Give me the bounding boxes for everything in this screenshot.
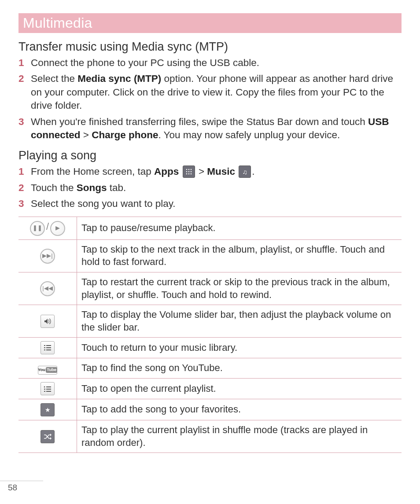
table-row: ❚❚/▶ Tap to pause/resume playback. (18, 217, 402, 239)
page-number: 58 (0, 481, 43, 493)
step-number: 3 (18, 197, 31, 210)
svg-point-6 (186, 173, 187, 175)
section-heading-playing: Playing a song (18, 149, 402, 162)
prev-track-icon: |◀◀ (40, 281, 55, 296)
svg-rect-12 (46, 347, 51, 348)
table-row: Tap to open the current playlist. (18, 378, 402, 399)
step-text: Select the song you want to play. (31, 197, 402, 210)
step-text: Touch the Songs tab. (31, 181, 402, 195)
table-row: |◀◀ Tap to restart the current track or … (18, 272, 402, 305)
table-row: ★ Tap to add the song to your favorites. (18, 399, 402, 420)
step-number: 1 (18, 165, 31, 178)
control-desc: Tap to display the Volume slider bar, th… (77, 305, 402, 338)
step-number: 2 (18, 181, 31, 195)
svg-rect-13 (44, 349, 45, 350)
table-row: Touch to return to your music library. (18, 338, 402, 358)
chapter-title: Multimedia (18, 13, 402, 33)
svg-rect-14 (46, 349, 51, 350)
apps-icon (183, 166, 195, 178)
control-desc: Tap to find the song on YouTube. (77, 358, 402, 379)
control-desc: Tap to pause/resume playback. (77, 217, 402, 239)
steps-transfer: 1 Connect the phone to your PC using the… (18, 56, 402, 142)
music-icon: ♫ (239, 166, 251, 178)
svg-rect-9 (44, 345, 45, 346)
step-text: When you're finished transferring files,… (31, 115, 402, 142)
svg-point-0 (186, 169, 187, 170)
step-text: Select the Media sync (MTP) option. Your… (31, 72, 402, 112)
table-row: YouTube Tap to find the song on YouTube. (18, 358, 402, 379)
svg-point-2 (190, 169, 192, 170)
svg-point-5 (190, 171, 192, 173)
pause-icon: ❚❚ (30, 221, 45, 236)
library-icon (41, 341, 55, 354)
step-number: 3 (18, 115, 31, 142)
svg-rect-19 (46, 391, 51, 392)
youtube-icon: YouTube (38, 366, 57, 375)
svg-point-8 (190, 173, 192, 175)
svg-point-4 (188, 171, 189, 173)
control-desc: Tap to play the current playlist in shuf… (77, 420, 402, 453)
section-heading-transfer: Transfer music using Media sync (MTP) (18, 40, 402, 54)
table-row: Tap to play the current playlist in shuf… (18, 420, 402, 453)
svg-point-3 (186, 171, 187, 173)
svg-rect-10 (46, 345, 51, 346)
controls-table: ❚❚/▶ Tap to pause/resume playback. ▶▶| T… (18, 217, 402, 453)
table-row: ▶▶| Tap to skip to the next track in the… (18, 239, 402, 272)
step-number: 2 (18, 72, 31, 112)
playlist-icon (41, 382, 55, 395)
step-number: 1 (18, 56, 31, 70)
play-icon: ▶ (50, 221, 65, 236)
svg-rect-16 (44, 389, 45, 390)
svg-rect-17 (46, 389, 51, 390)
control-desc: Tap to open the current playlist. (77, 378, 402, 399)
control-desc: Tap to restart the current track or skip… (77, 272, 402, 305)
next-track-icon: ▶▶| (40, 249, 55, 264)
svg-rect-18 (44, 391, 45, 392)
svg-rect-11 (44, 347, 45, 348)
svg-point-1 (188, 169, 189, 170)
favorite-icon: ★ (41, 403, 55, 416)
control-desc: Tap to skip to the next track in the alb… (77, 239, 402, 272)
step-text: Connect the phone to your PC using the U… (31, 56, 402, 70)
svg-rect-15 (46, 386, 51, 387)
control-desc: Touch to return to your music library. (77, 338, 402, 358)
svg-point-7 (188, 173, 189, 175)
volume-icon (41, 315, 55, 328)
step-text: From the Home screen, tap Apps > Music ♫… (31, 165, 402, 178)
shuffle-icon (41, 430, 55, 443)
table-row: Tap to display the Volume slider bar, th… (18, 305, 402, 338)
control-desc: Tap to add the song to your favorites. (77, 399, 402, 420)
steps-playing: 1 From the Home screen, tap Apps > Music… (18, 165, 402, 210)
